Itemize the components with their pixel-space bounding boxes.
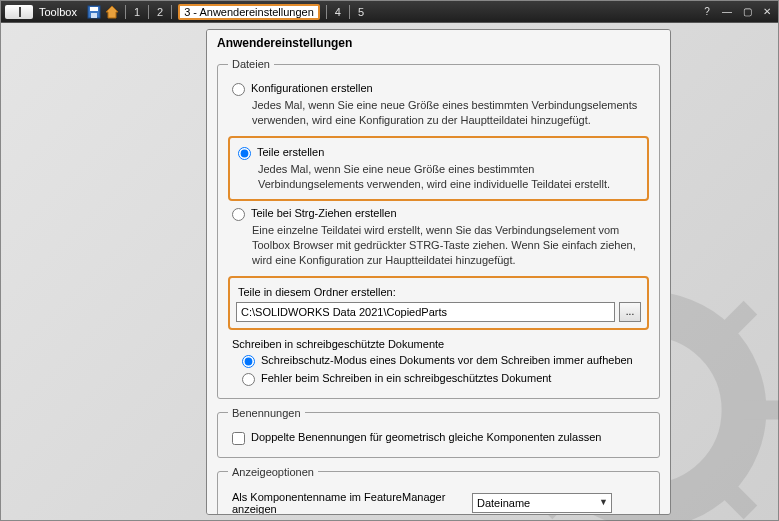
settings-panel: Anwendereinstellungen Dateien Konfigurat… (206, 29, 671, 515)
highlight-folder: Teile in diesem Ordner erstellen: ... (228, 276, 649, 330)
step-2[interactable]: 2 (155, 6, 165, 18)
display-row-component-name: Als Komponentenname im FeatureManager an… (232, 491, 645, 515)
radio-remove-readonly-label: Schreibschutz-Modus eines Dokuments vor … (261, 354, 633, 366)
window-controls: ? — ▢ ✕ (700, 5, 774, 19)
step-3-active[interactable]: 3 - Anwendereinstellungen (178, 4, 320, 20)
check-duplicate-names-input[interactable] (232, 432, 245, 445)
save-icon[interactable] (87, 5, 101, 19)
display-legend: Anzeigeoptionen (228, 466, 318, 478)
close-icon[interactable]: ✕ (760, 5, 774, 19)
highlight-create-parts: Teile erstellen Jedes Mal, wenn Sie eine… (228, 136, 649, 202)
folder-path-input[interactable] (236, 302, 615, 322)
radio-create-configs-desc: Jedes Mal, wenn Sie eine neue Größe eine… (252, 98, 649, 128)
naming-legend: Benennungen (228, 407, 305, 419)
radio-ctrl-drag-desc: Eine einzelne Teildatei wird erstellt, w… (252, 223, 649, 268)
minimize-icon[interactable]: — (720, 5, 734, 19)
radio-create-parts-label: Teile erstellen (257, 146, 324, 158)
app-title: Toolbox (39, 6, 77, 18)
radio-ctrl-drag-label: Teile bei Strg-Ziehen erstellen (251, 207, 397, 219)
radio-create-configs-label: Konfigurationen erstellen (251, 82, 373, 94)
naming-group: Benennungen Doppelte Benennungen für geo… (217, 407, 660, 458)
check-duplicate-names[interactable]: Doppelte Benennungen für geometrisch gle… (232, 431, 649, 445)
folder-label: Teile in diesem Ordner erstellen: (238, 286, 643, 298)
radio-remove-readonly-input[interactable] (242, 355, 255, 368)
files-group: Dateien Konfigurationen erstellen Jedes … (217, 58, 660, 399)
radio-error-readonly-label: Fehler beim Schreiben in ein schreibgesc… (261, 372, 551, 384)
radio-create-parts-desc: Jedes Mal, wenn Sie eine neue Größe eine… (258, 162, 643, 192)
svg-line-6 (718, 480, 750, 512)
panel-heading: Anwendereinstellungen (207, 30, 670, 54)
files-legend: Dateien (228, 58, 274, 70)
home-icon[interactable] (105, 5, 119, 19)
app-icon (5, 5, 33, 19)
radio-create-configs[interactable]: Konfigurationen erstellen (232, 82, 649, 96)
radio-error-readonly-input[interactable] (242, 373, 255, 386)
svg-line-7 (718, 308, 750, 340)
radio-ctrl-drag[interactable]: Teile bei Strg-Ziehen erstellen (232, 207, 649, 221)
display-component-name-label: Als Komponentenname im FeatureManager an… (232, 491, 464, 515)
step-1[interactable]: 1 (132, 6, 142, 18)
step-5[interactable]: 5 (356, 6, 366, 18)
titlebar: Toolbox 1 2 3 - Anwendereinstellungen 4 … (1, 1, 778, 23)
window-frame: Toolbox 1 2 3 - Anwendereinstellungen 4 … (0, 0, 779, 521)
radio-create-parts[interactable]: Teile erstellen (238, 146, 643, 160)
svg-rect-10 (90, 7, 98, 11)
select-component-name[interactable] (472, 493, 612, 513)
svg-rect-11 (91, 13, 97, 18)
display-group: Anzeigeoptionen Als Komponentenname im F… (217, 466, 660, 515)
radio-create-configs-input[interactable] (232, 83, 245, 96)
radio-error-readonly[interactable]: Fehler beim Schreiben in ein schreibgesc… (242, 372, 649, 386)
radio-create-parts-input[interactable] (238, 147, 251, 160)
maximize-icon[interactable]: ▢ (740, 5, 754, 19)
radio-remove-readonly[interactable]: Schreibschutz-Modus eines Dokuments vor … (242, 354, 649, 368)
radio-ctrl-drag-input[interactable] (232, 208, 245, 221)
svg-marker-12 (106, 6, 118, 18)
step-4[interactable]: 4 (333, 6, 343, 18)
toolbar: 1 2 3 - Anwendereinstellungen 4 5 (87, 4, 366, 20)
browse-button[interactable]: ... (619, 302, 641, 322)
check-duplicate-names-label: Doppelte Benennungen für geometrisch gle… (251, 431, 601, 443)
write-readonly-label: Schreiben in schreibgeschützte Dokumente (232, 338, 649, 350)
help-icon[interactable]: ? (700, 5, 714, 19)
